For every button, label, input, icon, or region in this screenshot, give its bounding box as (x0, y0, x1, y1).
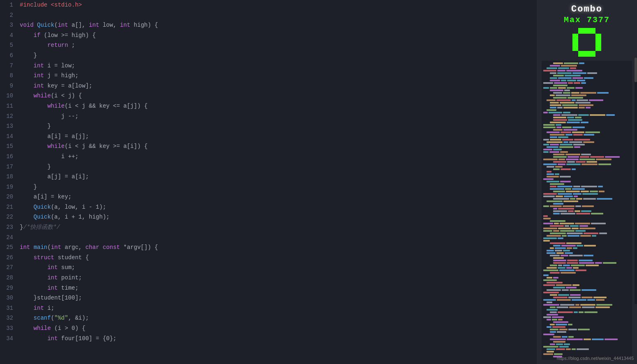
code-line: int main(int argc, char const *argv[]) { (16, 242, 537, 253)
code-line: a[i] = a[j]; (16, 131, 537, 142)
line-number: 4 (0, 30, 16, 41)
line-number: 20 (0, 192, 16, 202)
code-line: a[j] = a[i]; (16, 172, 537, 182)
code-line: int four[100] = {0}; (16, 334, 537, 344)
line-number: 2 (0, 10, 16, 21)
max-score: Max 7377 (564, 15, 610, 25)
code-line: }/*快排函数*/ (16, 222, 537, 233)
code-line: int point; (16, 273, 537, 283)
line-number: 1 (0, 0, 16, 10)
mini-code-preview (542, 61, 632, 360)
code-lines: #include <stdio.h> void Quick(int a[], i… (16, 0, 537, 364)
code-line: i ++; (16, 152, 537, 162)
line-number: 29 (0, 283, 16, 293)
code-line: struct student { (16, 253, 537, 263)
line-numbers: 1234567891011121314151617181920212223242… (0, 0, 16, 364)
line-number: 27 (0, 263, 16, 273)
line-number: 13 (0, 121, 16, 131)
line-number: 34 (0, 334, 16, 344)
line-number: 30 (0, 293, 16, 303)
line-number: 28 (0, 273, 16, 283)
code-line: } (16, 182, 537, 192)
line-number: 26 (0, 253, 16, 263)
code-line: int i = low; (16, 61, 537, 71)
code-line: if (low >= high) { (16, 30, 537, 41)
code-line: int j = high; (16, 71, 537, 81)
code-line: int sum; (16, 263, 537, 273)
scrollbar-track (635, 58, 637, 304)
code-line: while(i < j && key <= a[j]) { (16, 101, 537, 111)
url-bar: https://blog.csdn.net/weixin_44413445 (557, 356, 634, 361)
line-number: 6 (0, 51, 16, 61)
combo-section: Combo Max 7377 (537, 0, 637, 360)
code-line: Quick(a, i + 1, high); (16, 212, 537, 222)
code-line: } (16, 121, 537, 131)
line-number: 9 (0, 81, 16, 91)
line-number: 21 (0, 202, 16, 212)
line-number: 18 (0, 172, 16, 182)
line-number: 25 (0, 242, 16, 253)
code-line (16, 233, 537, 243)
line-number: 7 (0, 61, 16, 71)
combo-label: Combo (571, 4, 602, 14)
code-editor: 1234567891011121314151617181920212223242… (0, 0, 537, 364)
right-panel: Combo Max 7377 https://blog.csdn.net/wei… (537, 0, 637, 364)
code-line: j --; (16, 111, 537, 122)
scrollbar-thumb[interactable] (635, 58, 637, 82)
line-number: 22 (0, 212, 16, 222)
code-line: }student[100]; (16, 293, 537, 303)
line-number: 16 (0, 152, 16, 162)
line-number: 14 (0, 131, 16, 142)
code-line: int time; (16, 283, 537, 293)
code-line: int key = a[low]; (16, 81, 537, 91)
code-line: scanf("%d", &i); (16, 313, 537, 323)
line-number: 32 (0, 313, 16, 323)
code-line: a[i] = key; (16, 192, 537, 202)
code-line: void Quick(int a[], int low, int high) { (16, 20, 537, 30)
line-number: 5 (0, 40, 16, 51)
line-number: 12 (0, 111, 16, 122)
line-number: 10 (0, 91, 16, 101)
code-line: } (16, 162, 537, 172)
line-number: 17 (0, 162, 16, 172)
pixel-zero-display (572, 28, 601, 57)
code-line: } (16, 51, 537, 61)
line-number: 31 (0, 303, 16, 313)
code-line: while(i < j) { (16, 91, 537, 101)
line-number: 11 (0, 101, 16, 111)
line-number: 15 (0, 141, 16, 152)
code-line: int i; (16, 303, 537, 313)
line-number: 33 (0, 323, 16, 334)
line-number: 3 (0, 20, 16, 30)
line-number: 8 (0, 71, 16, 81)
line-number: 19 (0, 182, 16, 192)
line-number: 24 (0, 233, 16, 243)
code-line: return ; (16, 40, 537, 51)
code-line: while(i < j && key >= a[i]) { (16, 141, 537, 152)
line-number: 23 (0, 222, 16, 233)
code-line: while (i > 0) { (16, 323, 537, 334)
code-line (16, 10, 537, 21)
code-line: Quick(a, low, i - 1); (16, 202, 537, 212)
code-line: #include <stdio.h> (16, 0, 537, 10)
